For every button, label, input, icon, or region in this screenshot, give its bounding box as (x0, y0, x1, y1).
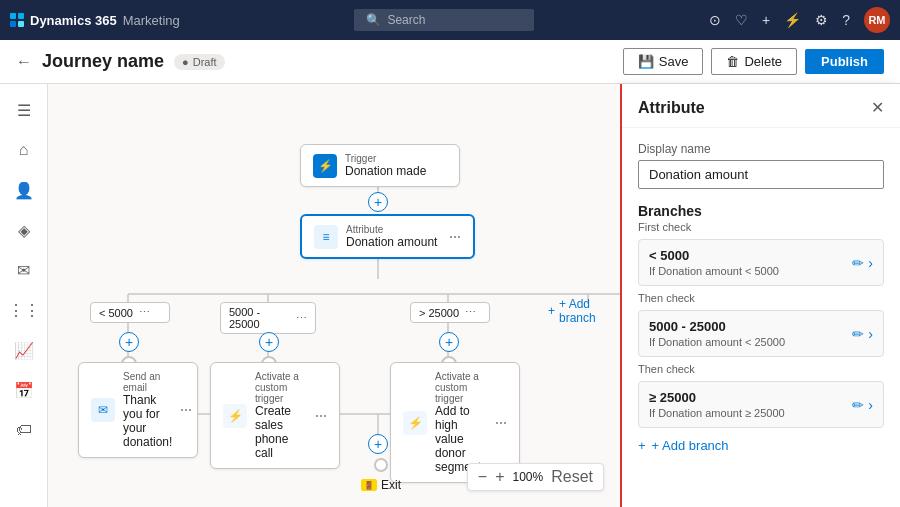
nav-icons: ⊙ ♡ + ⚡ ⚙ ? RM (709, 7, 890, 33)
plus-icon[interactable]: + (762, 12, 770, 28)
add-before-exit[interactable]: + (368, 434, 388, 454)
branch-item-1[interactable]: < 5000 If Donation amount < 5000 ✏ › (638, 239, 884, 286)
chevron-right-icon-3[interactable]: › (868, 397, 873, 413)
sidebar-item-flows[interactable]: ⋮⋮ (6, 292, 42, 328)
sidebar-item-analytics[interactable]: 📈 (6, 332, 42, 368)
add-after-branch1[interactable]: + (119, 332, 139, 352)
zoom-out-button[interactable]: − (478, 468, 487, 486)
app-logo[interactable]: Dynamics 365 Marketing (10, 13, 180, 28)
attribute-node[interactable]: ≡ Attribute Donation amount ⋯ (300, 214, 475, 259)
trigger-icon: ⚡ (313, 154, 337, 178)
sidebar-item-calendar[interactable]: 📅 (6, 372, 42, 408)
action3-type: Activate a custom trigger (435, 371, 487, 404)
panel-body: Display name Branches First check < 5000… (622, 128, 900, 471)
branch-label-3[interactable]: > 25000 ⋯ (410, 302, 490, 323)
exit-node: 🚪 Exit (361, 458, 401, 492)
attribute-more-icon[interactable]: ⋯ (449, 230, 461, 244)
sidebar-item-menu[interactable]: ☰ (6, 92, 42, 128)
top-navigation: Dynamics 365 Marketing 🔍 ⊙ ♡ + ⚡ ⚙ ? RM (0, 0, 900, 40)
action1-icon: ✉ (91, 398, 115, 422)
save-button[interactable]: 💾 Save (623, 48, 704, 75)
back-button[interactable]: ← (16, 53, 32, 71)
branch2-panel-condition: If Donation amount < 25000 (649, 336, 785, 348)
display-name-label: Display name (638, 142, 884, 156)
then-check-label-2: Then check (638, 363, 884, 375)
page-title: Journey name (42, 51, 164, 72)
edit-icon-2[interactable]: ✏ (852, 326, 864, 342)
brand-name: Dynamics 365 (30, 13, 117, 28)
branch-1-more[interactable]: ⋯ (139, 306, 150, 319)
action3-more[interactable]: ⋯ (495, 416, 507, 430)
sidebar-item-contacts[interactable]: 👤 (6, 172, 42, 208)
sidebar-item-emails[interactable]: ✉ (6, 252, 42, 288)
exit-icon: 🚪 (361, 479, 377, 491)
bell-icon[interactable]: ♡ (735, 12, 748, 28)
chevron-right-icon[interactable]: › (868, 255, 873, 271)
trigger-name: Donation made (345, 164, 426, 178)
delete-icon: 🗑 (726, 54, 739, 69)
branch-label-2[interactable]: 5000 - 25000 ⋯ (220, 302, 316, 334)
sidebar-item-home[interactable]: ⌂ (6, 132, 42, 168)
branch1-panel-value: < 5000 (649, 248, 779, 263)
sidebar-item-tags[interactable]: 🏷 (6, 412, 42, 448)
zoom-in-button[interactable]: + (495, 468, 504, 486)
action1-type: Send an email (123, 371, 172, 393)
edit-icon-3[interactable]: ✏ (852, 397, 864, 413)
action2-more[interactable]: ⋯ (315, 409, 327, 423)
branch-3-more[interactable]: ⋯ (465, 306, 476, 319)
display-name-group: Display name (638, 142, 884, 189)
panel-close-button[interactable]: ✕ (871, 98, 884, 117)
add-after-branch2[interactable]: + (259, 332, 279, 352)
panel-title: Attribute (638, 99, 705, 117)
action2-icon: ⚡ (223, 404, 247, 428)
action-node-2[interactable]: ⚡ Activate a custom trigger Create sales… (210, 362, 340, 469)
filter-icon[interactable]: ⚡ (784, 12, 801, 28)
delete-button[interactable]: 🗑 Delete (711, 48, 797, 75)
branch3-panel-value: ≥ 25000 (649, 390, 785, 405)
trigger-node[interactable]: ⚡ Trigger Donation made (300, 144, 460, 187)
zoom-level: 100% (513, 470, 544, 484)
action2-type: Activate a custom trigger (255, 371, 307, 404)
edit-icon[interactable]: ✏ (852, 255, 864, 271)
zoom-bar: − + 100% Reset (467, 463, 604, 491)
action1-more[interactable]: ⋯ (180, 403, 192, 417)
panel-header: Attribute ✕ (622, 84, 900, 128)
branch-item-2[interactable]: 5000 - 25000 If Donation amount < 25000 … (638, 310, 884, 357)
user-avatar[interactable]: RM (864, 7, 890, 33)
search-box[interactable]: 🔍 (354, 9, 534, 31)
display-name-input[interactable] (638, 160, 884, 189)
branch-item-3[interactable]: ≥ 25000 If Donation amount ≥ 25000 ✏ › (638, 381, 884, 428)
action-node-1[interactable]: ✉ Send an email Thank you for your donat… (78, 362, 198, 458)
save-icon: 💾 (638, 54, 654, 69)
action2-name: Create sales phone call (255, 404, 307, 460)
branch-1-value: < 5000 (99, 307, 133, 319)
attribute-icon: ≡ (314, 225, 338, 249)
chevron-right-icon-2[interactable]: › (868, 326, 873, 342)
exit-label: Exit (381, 478, 401, 492)
canvas: ⚡ Trigger Donation made + ≡ Attribute Do… (48, 84, 620, 507)
add-after-trigger[interactable]: + (368, 192, 388, 212)
branches-title: Branches (638, 203, 884, 219)
branch1-panel-condition: If Donation amount < 5000 (649, 265, 779, 277)
publish-button[interactable]: Publish (805, 49, 884, 74)
zoom-reset-button[interactable]: Reset (551, 468, 593, 486)
panel-add-branch-button[interactable]: + + Add branch (638, 434, 884, 457)
main-layout: ☰ ⌂ 👤 ◈ ✉ ⋮⋮ 📈 📅 🏷 (0, 84, 900, 507)
then-check-label-1: Then check (638, 292, 884, 304)
add-branch-icon: + (548, 304, 555, 318)
branch-label-1[interactable]: < 5000 ⋯ (90, 302, 170, 323)
settings-icon[interactable]: ⚙ (815, 12, 828, 28)
attribute-name: Donation amount (346, 235, 437, 249)
add-branch-button[interactable]: + + Add branch (548, 297, 620, 325)
dot-icon: ● (182, 56, 189, 68)
search-input[interactable] (387, 13, 527, 27)
branch3-panel-condition: If Donation amount ≥ 25000 (649, 407, 785, 419)
add-after-branch3[interactable]: + (439, 332, 459, 352)
branch2-panel-value: 5000 - 25000 (649, 319, 785, 334)
search-icon: 🔍 (366, 13, 381, 27)
remote-icon[interactable]: ⊙ (709, 12, 721, 28)
branch-2-more[interactable]: ⋯ (296, 312, 307, 325)
exit-circle (374, 458, 388, 472)
sidebar-item-segments[interactable]: ◈ (6, 212, 42, 248)
help-icon[interactable]: ? (842, 12, 850, 28)
